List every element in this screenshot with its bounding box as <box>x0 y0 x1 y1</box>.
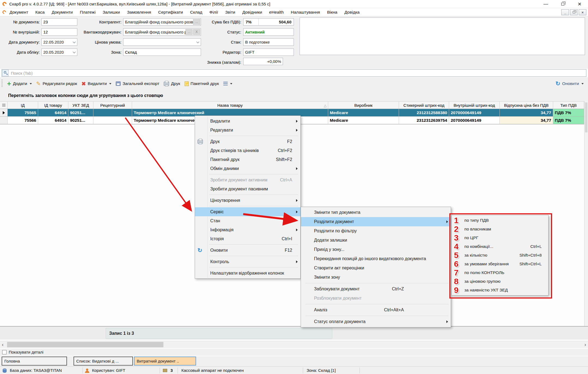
mdi-minimize-button[interactable]: _ <box>561 9 569 15</box>
dropdown-arrow-icon[interactable] <box>109 83 111 84</box>
menu-item-split-by-vat-type[interactable]: 1по типу ПДВ <box>452 216 548 225</box>
mdi-close-button[interactable]: × <box>579 9 586 15</box>
cell-recipe[interactable] <box>93 117 132 124</box>
dropdown-arrow-icon[interactable] <box>30 83 32 84</box>
menu-item-history[interactable]: ІсторіяCtrl+I <box>195 234 300 243</box>
menu-item-pricing[interactable]: Ціноутворення <box>195 196 300 205</box>
menu-help[interactable]: Довідка <box>341 8 363 16</box>
menu-item-split-by-quantity[interactable]: 5за кількістюShift+Ctrl+8 <box>452 251 548 260</box>
menu-item-information[interactable]: Інформація <box>195 225 300 234</box>
menu-item-split-by-storage-conditions[interactable]: 6за умовами зберіганняShift+Ctrl+L <box>452 260 548 268</box>
minimize-button[interactable]: — <box>537 0 554 8</box>
menu-directories[interactable]: Довідники <box>239 8 266 16</box>
horizontal-scrollbar[interactable]: ‹ › <box>0 341 588 348</box>
vertical-scrollbar[interactable] <box>584 101 588 326</box>
column-header-price[interactable]: Відпускна ціна без ПДВ <box>500 101 553 109</box>
column-header-name[interactable]: Назва товару△ <box>132 101 328 109</box>
column-header-internal-barcode[interactable]: Внутрішній штрих-код <box>449 101 500 109</box>
cell-manufacturer[interactable]: Medicare <box>328 117 399 124</box>
menu-item-print-stickers[interactable]: Друк стікерів та цінниківCtrl+F2 <box>195 146 300 155</box>
menu-item-add-stock[interactable]: Додати залишки <box>301 236 451 245</box>
menu-item-control[interactable]: Контроль <box>195 257 300 266</box>
marker-column-header[interactable] <box>0 101 8 109</box>
columns-button[interactable] <box>223 82 232 86</box>
menu-item-refresh[interactable]: ↻ОновитиF12 <box>195 246 300 255</box>
menu-warehouse[interactable]: Склад <box>187 8 206 16</box>
menu-item-split-by-combination[interactable]: 4по комбінації...Ctrl+L <box>452 242 548 251</box>
dropdown-arrow-icon[interactable] <box>581 83 584 84</box>
menu-item-batch-print[interactable]: Пакетний друкShift+F2 <box>195 155 300 164</box>
menu-item-configure-columns[interactable]: Налаштувати відображення колонок <box>195 269 300 278</box>
menu-item-make-passive[interactable]: Зробити документ пасивним <box>195 184 300 193</box>
menu-item-change-zone[interactable]: Змінити зону <box>301 273 451 282</box>
cell-price[interactable]: 34,77 <box>500 109 553 117</box>
cell-ukt[interactable]: 90251... <box>68 109 93 117</box>
cell-recipe[interactable] <box>93 109 132 117</box>
menu-item-data-exchange[interactable]: Обмін даними <box>195 164 300 173</box>
menu-windows[interactable]: Вікна <box>324 8 341 16</box>
scroll-right-icon[interactable]: › <box>583 341 588 348</box>
grid-menu-icon[interactable] <box>2 104 5 107</box>
menu-item-split-by-crg[interactable]: 3по ЦРГ <box>452 233 548 242</box>
menu-item-change-doc-type[interactable]: Змінити тип документа <box>301 208 451 217</box>
menu-item-lock-document[interactable]: Заблокувати документCtrl+Z <box>301 284 451 294</box>
menu-item-move-positions[interactable]: Перекидання позицій до іншого видатковог… <box>301 254 451 263</box>
close-button[interactable]: ✕ <box>571 0 588 8</box>
menu-item-edit[interactable]: Редагувати <box>195 126 300 135</box>
menu-stock[interactable]: Залишки <box>99 8 124 16</box>
refresh-button[interactable]: ↻Оновити <box>556 77 584 90</box>
menu-item-print[interactable]: ДрукF2 <box>195 137 300 146</box>
menu-document[interactable]: Документ <box>6 8 32 16</box>
menu-branches[interactable]: Філії <box>206 8 222 16</box>
cell-sticker-barcode[interactable]: 2312312639754 <box>399 117 449 124</box>
menu-item-arrival-to-zone[interactable]: Прихід у зону... <box>301 245 451 254</box>
cell-id[interactable]: 75565 <box>8 109 38 117</box>
search-bar[interactable]: Поиск (Tab) <box>2 69 586 77</box>
cell-sticker-barcode[interactable]: 2312312588380 <box>399 109 449 117</box>
edit-row-button[interactable]: ✎Редагувати рядок <box>36 80 77 87</box>
menu-item-split-by-ukt-presence[interactable]: 9за наявністю УКТ ЗЕД <box>452 286 548 294</box>
menu-item-split-document[interactable]: Розділити документ <box>301 217 451 226</box>
menu-reports[interactable]: Звіти <box>222 8 239 16</box>
menu-item-service[interactable]: Сервіс <box>195 207 300 216</box>
column-header-manufacturer[interactable]: Виробник <box>328 101 399 109</box>
cell-vat-type[interactable]: ПДВ 7% <box>553 109 584 117</box>
tab-main[interactable]: Головна <box>2 357 67 366</box>
menu-item-state[interactable]: Стан <box>195 216 300 225</box>
cell-vat-type[interactable]: ПДВ 7% <box>553 117 584 124</box>
sort-indicator-icon[interactable]: △ <box>324 104 327 108</box>
menu-certificates[interactable]: Сертифікати <box>155 8 187 16</box>
menu-documents[interactable]: Документи <box>48 8 76 16</box>
cell-internal-barcode[interactable]: 2070000649149 <box>449 109 500 117</box>
menu-orders[interactable]: Замовлення <box>123 8 154 16</box>
column-header-id[interactable]: ІД <box>8 101 38 109</box>
scroll-left-icon[interactable]: ‹ <box>0 341 5 348</box>
menu-item-split-by-filter[interactable]: Розділити по фільтру <box>301 226 451 236</box>
comment-box[interactable] <box>300 17 585 55</box>
cell-manufacturer[interactable]: Medicare <box>328 109 399 117</box>
search-icon[interactable] <box>2 70 9 76</box>
discount-field[interactable]: +0,00% <box>243 58 283 65</box>
menu-item-delete[interactable]: Видалити <box>195 117 300 126</box>
batch-print-button[interactable]: Пакетний друк <box>185 81 219 86</box>
vertical-scrollbar-thumb[interactable] <box>585 102 587 132</box>
column-header-vat-type[interactable]: Тип ПДВ <box>553 101 584 109</box>
menu-item-payment-status[interactable]: Статус оплати документа <box>301 317 451 326</box>
menu-ehealth[interactable]: eHealth <box>266 8 287 16</box>
menu-payments[interactable]: Платежі <box>76 8 99 16</box>
add-button[interactable]: +Додати <box>7 81 32 86</box>
restore-button[interactable] <box>554 0 571 8</box>
export-button[interactable]: Загальний експорт <box>116 81 159 86</box>
tab-document-list[interactable]: Список: Видаткові д ... <box>74 357 133 366</box>
column-header-product-id[interactable]: ІД товару <box>38 101 68 109</box>
cell-id[interactable]: 75566 <box>8 117 38 124</box>
mdi-restore-button[interactable] <box>570 9 578 15</box>
show-details-checkbox[interactable] <box>2 350 7 354</box>
cell-price[interactable]: 34,77 <box>500 117 553 124</box>
column-header-sticker-barcode[interactable]: Стикерний штрих-код <box>399 101 449 109</box>
menu-item-split-by-price-group[interactable]: 8за ціновою групою <box>452 277 548 286</box>
print-button[interactable]: Друк <box>164 81 180 86</box>
menu-item-split-by-owners[interactable]: 2по власникам <box>452 225 548 233</box>
cell-ukt[interactable]: 90251... <box>68 117 93 124</box>
menu-kasa[interactable]: Каса <box>32 8 48 16</box>
